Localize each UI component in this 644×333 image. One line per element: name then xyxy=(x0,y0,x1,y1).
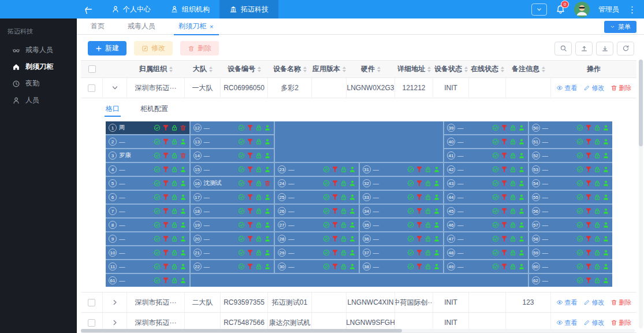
check-circle-icon[interactable] xyxy=(492,235,499,242)
locker-cell-36[interactable]: 36— xyxy=(360,232,444,245)
locker-cell-15[interactable]: 15— xyxy=(191,163,274,176)
check-circle-icon[interactable] xyxy=(154,277,161,284)
user-icon[interactable] xyxy=(433,166,440,173)
lock-icon[interactable] xyxy=(340,235,347,242)
nav-item-个人中心[interactable]: 个人中心 xyxy=(102,0,161,18)
lock-icon[interactable] xyxy=(255,249,262,256)
lock-icon[interactable] xyxy=(509,235,516,242)
user-icon[interactable] xyxy=(264,166,271,173)
user-icon[interactable] xyxy=(180,166,187,173)
locker-cell-54[interactable]: 54— xyxy=(529,177,613,190)
lock-icon[interactable] xyxy=(171,138,178,145)
check-circle-icon[interactable] xyxy=(323,208,330,214)
lock-icon[interactable] xyxy=(171,221,178,228)
vertical-scrollbar-thumb[interactable] xyxy=(639,60,643,146)
table-row[interactable]: 深圳市拓迈···一大队RC06996050多彩2LNGNW0X2G3121212… xyxy=(81,78,636,98)
check-circle-icon[interactable] xyxy=(492,152,499,159)
delete-button[interactable]: 删除 xyxy=(180,41,219,56)
row-checkbox[interactable] xyxy=(88,299,95,306)
trash-icon[interactable] xyxy=(180,152,187,159)
locker-cell-53[interactable]: 53— xyxy=(529,163,613,176)
lock-icon[interactable] xyxy=(340,166,347,173)
locker-cell-60[interactable]: 60— xyxy=(529,260,613,273)
check-circle-icon[interactable] xyxy=(576,208,583,214)
edit-action[interactable]: 修改 xyxy=(583,84,605,92)
check-circle-icon[interactable] xyxy=(492,221,499,228)
check-circle-icon[interactable] xyxy=(238,124,245,131)
razor-icon[interactable] xyxy=(162,208,169,214)
check-circle-icon[interactable] xyxy=(492,208,499,214)
check-circle-icon[interactable] xyxy=(154,249,161,256)
user-icon[interactable] xyxy=(180,235,187,242)
locker-cell-55[interactable]: 55— xyxy=(529,191,613,204)
table-row[interactable]: 深圳市拓迈···二大队RC93597355拓迈测试01LNGNWC4XIN中荷国… xyxy=(81,293,636,313)
trash-icon[interactable] xyxy=(264,180,271,187)
check-circle-icon[interactable] xyxy=(407,235,414,242)
new-button[interactable]: 新建 xyxy=(88,41,126,56)
user-icon[interactable] xyxy=(180,277,187,284)
razor-icon[interactable] xyxy=(501,235,508,242)
locker-cell-16[interactable]: 16沈测试 xyxy=(191,177,274,190)
user-icon[interactable] xyxy=(433,263,440,270)
locker-cell-38[interactable]: 38— xyxy=(360,260,444,273)
check-circle-icon[interactable] xyxy=(407,194,414,201)
locker-cell-30[interactable]: 30— xyxy=(275,260,359,273)
lock-icon[interactable] xyxy=(255,263,262,270)
locker-cell-13[interactable]: 13— xyxy=(191,135,274,148)
lock-icon[interactable] xyxy=(171,249,178,256)
razor-icon[interactable] xyxy=(585,138,592,145)
check-circle-icon[interactable] xyxy=(238,249,245,256)
lock-icon[interactable] xyxy=(425,208,431,214)
lock-icon[interactable] xyxy=(509,166,516,173)
locker-cell-37[interactable]: 37— xyxy=(360,246,444,259)
locker-cell-25[interactable]: 25— xyxy=(275,191,359,204)
check-circle-icon[interactable] xyxy=(492,166,499,173)
search-button[interactable] xyxy=(554,42,572,56)
check-circle-icon[interactable] xyxy=(576,166,583,173)
check-circle-icon[interactable] xyxy=(238,152,245,159)
razor-icon[interactable] xyxy=(585,152,592,159)
lock-icon[interactable] xyxy=(255,180,262,187)
user-icon[interactable] xyxy=(518,208,525,214)
check-circle-icon[interactable] xyxy=(238,208,245,214)
check-circle-icon[interactable] xyxy=(323,263,330,270)
edit-action[interactable]: 修改 xyxy=(583,298,605,307)
user-icon[interactable] xyxy=(602,152,609,159)
lock-icon[interactable] xyxy=(509,249,516,256)
locker-cell-32[interactable]: 32— xyxy=(360,177,444,190)
user-icon[interactable] xyxy=(349,263,356,270)
user-icon[interactable] xyxy=(602,221,609,228)
avatar[interactable] xyxy=(574,2,590,17)
locker-cell-28[interactable]: 28— xyxy=(275,232,359,245)
razor-icon[interactable] xyxy=(247,249,254,256)
razor-icon[interactable] xyxy=(247,221,254,228)
check-circle-icon[interactable] xyxy=(576,124,583,131)
check-circle-icon[interactable] xyxy=(576,180,583,187)
locker-cell-40[interactable]: 40— xyxy=(444,135,528,148)
user-icon[interactable] xyxy=(264,152,271,159)
check-circle-icon[interactable] xyxy=(154,138,161,145)
lock-icon[interactable] xyxy=(171,152,178,159)
user-icon[interactable] xyxy=(180,208,187,214)
user-icon[interactable] xyxy=(518,180,525,187)
locker-cell-49[interactable]: 49— xyxy=(444,260,528,273)
user-icon[interactable] xyxy=(602,277,609,284)
delete-action[interactable]: 删除 xyxy=(611,319,632,327)
locker-cell-43[interactable]: 43— xyxy=(444,177,528,190)
lock-icon[interactable] xyxy=(340,180,347,187)
sort-icon[interactable] xyxy=(427,66,431,72)
locker-cell-34[interactable]: 34— xyxy=(360,205,444,217)
user-icon[interactable] xyxy=(602,194,609,201)
check-circle-icon[interactable] xyxy=(576,138,583,145)
check-circle-icon[interactable] xyxy=(407,166,414,173)
locker-cell-46[interactable]: 46— xyxy=(444,219,528,231)
user-icon[interactable] xyxy=(433,194,440,201)
razor-icon[interactable] xyxy=(332,221,338,228)
razor-icon[interactable] xyxy=(332,208,338,214)
check-circle-icon[interactable] xyxy=(576,277,583,284)
razor-icon[interactable] xyxy=(585,235,592,242)
check-circle-icon[interactable] xyxy=(323,235,330,242)
lock-icon[interactable] xyxy=(594,152,601,159)
user-icon[interactable] xyxy=(602,263,609,270)
trash-icon[interactable] xyxy=(180,124,187,131)
